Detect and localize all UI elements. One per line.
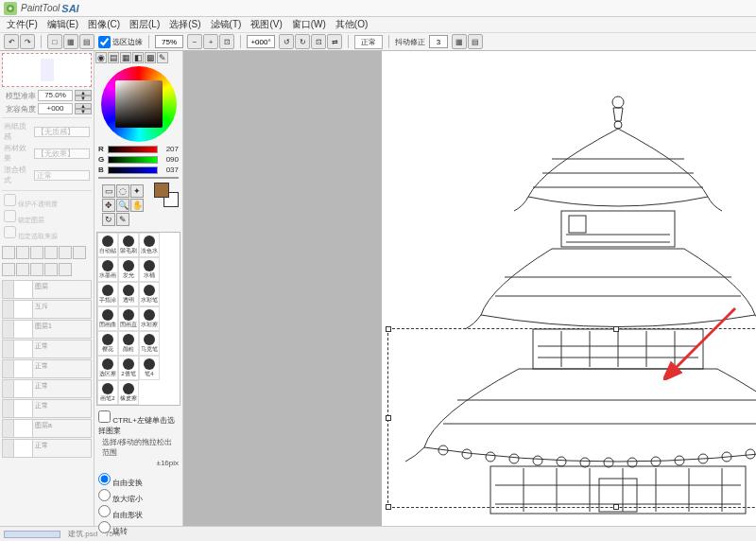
clear-layer-button[interactable] bbox=[59, 246, 72, 259]
zoom-fit-button[interactable]: ⊡ bbox=[219, 34, 234, 49]
invert-sel-button[interactable]: ▦ bbox=[63, 34, 78, 49]
merge-down-button[interactable] bbox=[44, 246, 58, 259]
menu-image[interactable]: 图像(C) bbox=[83, 18, 125, 31]
flip-button[interactable]: ⇄ bbox=[327, 34, 342, 49]
eyedropper-tool[interactable]: ✎ bbox=[116, 213, 129, 226]
layer-item[interactable]: 正常 bbox=[2, 399, 92, 418]
stabilizer-toggle[interactable]: ▦ bbox=[452, 34, 467, 49]
layer-op-1[interactable] bbox=[2, 263, 15, 276]
brush-cell[interactable]: 2值笔 bbox=[118, 356, 139, 380]
menu-layer[interactable]: 图层(L) bbox=[125, 18, 164, 31]
layer-item[interactable]: 正常 bbox=[2, 359, 92, 378]
blend-mode-combo[interactable]: 正常 bbox=[34, 170, 90, 181]
select-rect-tool[interactable]: ▭ bbox=[102, 184, 115, 198]
new-folder-button[interactable] bbox=[16, 246, 29, 259]
layer-op-3[interactable] bbox=[30, 263, 43, 276]
brush-cell[interactable]: 选区擦 bbox=[97, 356, 118, 380]
delete-layer-button[interactable] bbox=[30, 246, 43, 259]
color-tab-rgb[interactable]: ▤ bbox=[108, 52, 119, 63]
zoom-in-button[interactable]: + bbox=[203, 34, 218, 49]
lasso-tool[interactable]: ◌ bbox=[116, 184, 129, 198]
layer-item[interactable]: 正常 bbox=[2, 439, 92, 458]
brush-cell[interactable]: 国画曲 bbox=[97, 306, 118, 331]
redo-button[interactable]: ↷ bbox=[20, 34, 35, 49]
selection-edge-check[interactable]: 选区边缘 bbox=[98, 36, 143, 48]
rotate-ccw-button[interactable]: ↺ bbox=[279, 34, 294, 49]
hue-strip[interactable] bbox=[98, 177, 179, 179]
hand-tool[interactable]: ✋ bbox=[130, 199, 144, 212]
color-tab-scratch[interactable]: ✎ bbox=[157, 52, 168, 63]
layer-op-2[interactable] bbox=[16, 263, 29, 276]
new-layer-button[interactable] bbox=[2, 246, 15, 259]
brush-cell[interactable]: 颜粒 bbox=[118, 331, 139, 356]
brush-size-down[interactable]: ▼ bbox=[75, 96, 92, 101]
brush-cell[interactable]: 橡皮擦 bbox=[118, 380, 139, 405]
angle-value[interactable]: +000 bbox=[38, 103, 73, 114]
rotate-reset-button[interactable]: ⊡ bbox=[311, 34, 326, 49]
rotate-cw-button[interactable]: ↻ bbox=[295, 34, 310, 49]
layer-op-4[interactable] bbox=[44, 263, 58, 276]
zoom-out-button[interactable]: − bbox=[187, 34, 202, 49]
color-tab-mixer[interactable]: ◧ bbox=[132, 52, 144, 63]
b-slider[interactable] bbox=[108, 166, 158, 174]
brush-cell[interactable]: 鬃毛刷 bbox=[118, 233, 139, 257]
menu-file[interactable]: 文件(F) bbox=[2, 18, 43, 31]
layer-op-5[interactable] bbox=[59, 263, 72, 276]
deselect-button[interactable]: □ bbox=[47, 34, 62, 49]
radio-free-shape[interactable]: 自由形状 bbox=[98, 505, 179, 520]
magic-wand-tool[interactable]: ✦ bbox=[130, 184, 144, 198]
move-tool[interactable]: ✥ bbox=[102, 199, 115, 212]
brush-cell[interactable]: 手指涂 bbox=[97, 282, 118, 306]
stabilizer-opt[interactable]: ▤ bbox=[468, 34, 483, 49]
angle-down[interactable]: ▼ bbox=[75, 109, 92, 114]
paper-texture-combo[interactable]: 【无质感】 bbox=[34, 127, 90, 137]
menu-other[interactable]: 其他(O) bbox=[331, 18, 372, 31]
rotation-input[interactable] bbox=[247, 35, 275, 48]
handle-w[interactable] bbox=[386, 415, 391, 421]
menu-filter[interactable]: 滤镜(T) bbox=[206, 18, 247, 31]
brush-cell[interactable]: 马克笔 bbox=[139, 331, 160, 356]
layer-item[interactable]: 图层a bbox=[2, 419, 92, 438]
brush-cell[interactable]: 水彩笔 bbox=[139, 282, 160, 306]
brush-cell[interactable]: 水墨画 bbox=[97, 257, 118, 282]
handle-n[interactable] bbox=[613, 326, 619, 332]
brush-cell[interactable]: 笔4 bbox=[139, 356, 160, 380]
zoom-input[interactable] bbox=[155, 35, 183, 48]
layer-item[interactable]: 图层1 bbox=[2, 320, 92, 339]
handle-s[interactable] bbox=[613, 504, 619, 510]
color-tab-hsv[interactable]: ▦ bbox=[120, 52, 131, 63]
brush-cell[interactable]: 樱花 bbox=[97, 331, 118, 356]
handle-nw[interactable] bbox=[386, 326, 391, 332]
brush-cell[interactable]: 画笔2 bbox=[97, 380, 118, 405]
show-sel-button[interactable]: ▤ bbox=[79, 34, 94, 49]
ctrl-click-check[interactable]: CTRL+左键单击选择图案 bbox=[98, 410, 179, 436]
rotate-tool[interactable]: ↻ bbox=[102, 213, 115, 226]
material-effect-combo[interactable]: 【无效果】 bbox=[34, 148, 90, 159]
clip-source-check[interactable]: 指定选取来源 bbox=[4, 226, 90, 241]
r-slider[interactable] bbox=[108, 146, 158, 153]
undo-button[interactable]: ↶ bbox=[4, 34, 19, 49]
menu-view[interactable]: 视图(V) bbox=[246, 18, 286, 31]
radio-scale[interactable]: 放大缩小 bbox=[98, 489, 179, 504]
brush-cell[interactable]: 自动贴 bbox=[97, 233, 118, 257]
menu-select[interactable]: 选择(S) bbox=[164, 18, 205, 31]
stabilizer-input[interactable] bbox=[429, 35, 448, 48]
color-tab-swatch[interactable]: ▩ bbox=[145, 52, 156, 63]
navigator-preview[interactable] bbox=[2, 53, 92, 87]
layer-item[interactable]: 正常 bbox=[2, 379, 92, 398]
protect-alpha-check[interactable]: 保护不透明度 bbox=[4, 194, 90, 209]
lock-layer-check[interactable]: 锁定图层 bbox=[4, 210, 90, 225]
layer-item[interactable]: 互斥 bbox=[2, 300, 92, 319]
handle-sw[interactable] bbox=[386, 504, 391, 510]
brush-cell[interactable]: 透明 bbox=[118, 282, 139, 306]
zoom-tool[interactable]: 🔍 bbox=[116, 199, 129, 212]
brush-cell[interactable]: 淡色水 bbox=[139, 233, 160, 257]
transfer-layer-button[interactable] bbox=[73, 246, 86, 259]
g-slider[interactable] bbox=[108, 156, 158, 164]
menu-window[interactable]: 窗口(W) bbox=[287, 18, 331, 31]
canvas-area[interactable] bbox=[183, 51, 756, 526]
brush-cell[interactable]: 水彩擦 bbox=[139, 306, 160, 331]
layer-item[interactable]: 图层 bbox=[2, 280, 92, 299]
brush-cell[interactable]: 水桶 bbox=[139, 257, 160, 282]
fg-bg-swatch[interactable] bbox=[154, 183, 179, 207]
